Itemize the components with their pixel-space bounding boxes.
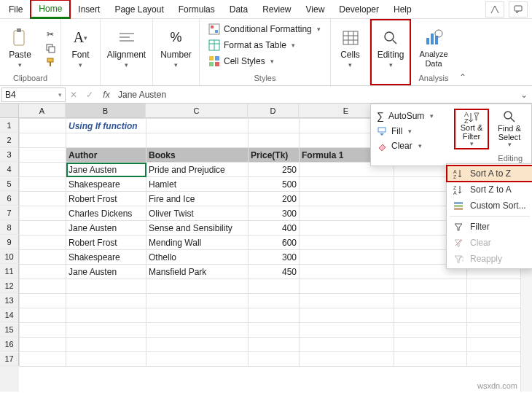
expand-formula-bar[interactable]: ⌄ <box>516 90 532 100</box>
cell[interactable] <box>300 250 394 265</box>
cell[interactable] <box>394 308 467 323</box>
cell[interactable]: 600 <box>249 236 300 250</box>
select-all-corner[interactable] <box>0 104 19 118</box>
conditional-formatting-button[interactable]: Conditional Formatting <box>206 22 324 36</box>
cell[interactable]: Shakespeare <box>66 177 146 192</box>
cell[interactable]: 300 <box>249 250 300 265</box>
col-header[interactable]: A <box>19 104 66 118</box>
cell[interactable]: 500 <box>249 177 300 192</box>
row-header[interactable]: 6 <box>0 191 19 206</box>
cell[interactable] <box>300 206 394 221</box>
cell[interactable] <box>66 338 146 352</box>
cell[interactable]: Charles Dickens <box>66 206 146 221</box>
cell[interactable]: Price(Tk) <box>249 148 300 163</box>
cell[interactable] <box>66 352 146 367</box>
cell[interactable] <box>146 119 249 133</box>
tab-formulas[interactable]: Formulas <box>171 1 222 17</box>
tab-data[interactable]: Data <box>222 1 255 17</box>
row-header[interactable]: 17 <box>0 351 19 366</box>
format-as-table-button[interactable]: Format as Table <box>206 38 298 52</box>
cell[interactable] <box>249 119 300 133</box>
cell[interactable] <box>249 279 300 294</box>
cut-button[interactable]: ✂ <box>42 28 58 41</box>
collapse-ribbon[interactable]: ⌃ <box>456 19 469 85</box>
cell[interactable]: Robert Frost <box>66 192 146 206</box>
cell[interactable] <box>300 323 394 338</box>
autosum-button[interactable]: ∑ AutoSum <box>375 109 450 123</box>
cell[interactable] <box>300 192 394 206</box>
row-header[interactable]: 4 <box>0 162 19 176</box>
cell[interactable] <box>20 236 66 250</box>
menu-sort-z-to-a[interactable]: ZA Sort Z to A <box>447 182 532 198</box>
cell[interactable] <box>20 352 66 367</box>
cell[interactable]: 400 <box>249 221 300 236</box>
find-select-button[interactable]: Find & Select▾ <box>492 109 527 149</box>
cell[interactable] <box>20 250 66 265</box>
tab-review[interactable]: Review <box>255 1 298 17</box>
cell[interactable]: Jane Austen <box>66 265 146 279</box>
row-header[interactable]: 7 <box>0 206 19 220</box>
cell[interactable] <box>146 352 249 367</box>
row-header[interactable]: 12 <box>0 279 19 293</box>
menu-sort-a-to-z[interactable]: AZ Sort A to Z <box>447 166 532 182</box>
cell[interactable]: Author <box>66 148 146 163</box>
tab-view[interactable]: View <box>299 1 332 17</box>
cell[interactable]: Shakespeare <box>66 250 146 265</box>
cell[interactable] <box>300 352 394 367</box>
cell[interactable]: Jane Austen <box>66 163 146 177</box>
col-header[interactable]: B <box>66 104 146 118</box>
cell[interactable] <box>467 308 525 323</box>
cell[interactable] <box>66 133 146 148</box>
row-header[interactable]: 9 <box>0 235 19 249</box>
fx-icon[interactable]: fx <box>98 90 115 100</box>
cell[interactable] <box>66 294 146 308</box>
cell[interactable] <box>467 279 525 294</box>
cell[interactable]: 200 <box>249 192 300 206</box>
cell[interactable] <box>300 338 394 352</box>
cell[interactable]: Oliver Twist <box>146 206 249 221</box>
cell[interactable]: Robert Frost <box>66 236 146 250</box>
cells-button[interactable]: Cells ▾ <box>333 26 368 71</box>
cell[interactable] <box>249 294 300 308</box>
comments-button[interactable] <box>509 1 528 17</box>
paste-button[interactable]: Paste ▾ <box>3 26 38 71</box>
cell[interactable] <box>300 279 394 294</box>
cell[interactable] <box>394 279 467 294</box>
cell[interactable] <box>20 338 66 352</box>
cell[interactable] <box>20 206 66 221</box>
cell[interactable] <box>66 323 146 338</box>
cell[interactable] <box>20 177 66 192</box>
row-header[interactable]: 11 <box>0 264 19 279</box>
row-header[interactable]: 15 <box>0 322 19 337</box>
cell[interactable] <box>20 323 66 338</box>
cell[interactable] <box>249 133 300 148</box>
row-header[interactable]: 16 <box>0 337 19 351</box>
cell[interactable] <box>20 221 66 236</box>
cell[interactable] <box>20 279 66 294</box>
tab-insert[interactable]: Insert <box>71 1 107 17</box>
font-button[interactable]: A▾ Font ▾ <box>63 26 98 71</box>
format-painter-button[interactable] <box>42 55 58 69</box>
cell[interactable] <box>300 265 394 279</box>
cell[interactable] <box>146 133 249 148</box>
row-header[interactable]: 3 <box>0 147 19 162</box>
cell[interactable]: Mansfield Park <box>146 265 249 279</box>
menu-custom-sort[interactable]: Custom Sort... <box>447 198 532 214</box>
cell[interactable]: 250 <box>249 163 300 177</box>
cell[interactable]: Books <box>146 148 249 163</box>
cell[interactable]: Jane Austen <box>66 221 146 236</box>
tab-developer[interactable]: Developer <box>332 1 386 17</box>
cell[interactable] <box>394 323 467 338</box>
name-box[interactable]: B4▾ <box>1 87 66 102</box>
row-header[interactable]: 1 <box>0 118 19 133</box>
analyze-data-button[interactable]: Analyze Data <box>416 26 451 71</box>
tab-page-layout[interactable]: Page Layout <box>107 1 171 17</box>
editing-button[interactable]: Editing ▾ <box>373 26 408 71</box>
cell[interactable] <box>467 294 525 308</box>
cell[interactable] <box>467 352 525 367</box>
cell[interactable]: Using If function <box>66 119 146 133</box>
cell[interactable]: Pride and Prejudice <box>146 163 249 177</box>
cell[interactable] <box>20 294 66 308</box>
formula-input[interactable]: Jane Austen <box>115 90 516 100</box>
cell[interactable] <box>146 338 249 352</box>
